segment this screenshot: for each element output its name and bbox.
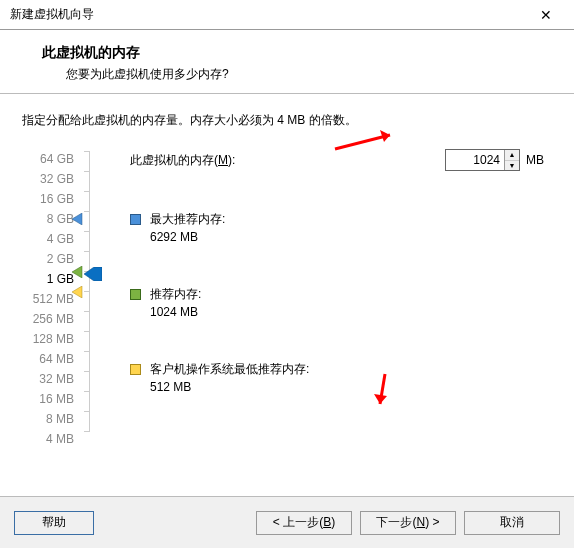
page-heading: 此虚拟机的内存 (42, 44, 564, 62)
window-title: 新建虚拟机向导 (10, 6, 94, 23)
svg-marker-2 (72, 286, 82, 298)
memory-slider-knob[interactable] (84, 267, 102, 284)
memory-spinner[interactable]: ▲ ▼ (445, 149, 520, 171)
memory-input-row: 此虚拟机的内存(M): ▲ ▼ MB (130, 149, 544, 171)
close-icon[interactable]: ✕ (526, 1, 566, 29)
scale-label: 8 GB (33, 209, 74, 229)
min-memory-info: 客户机操作系统最低推荐内存: 512 MB (130, 361, 544, 394)
button-bar: 帮助 < 上一步(B) 下一步(N) > 取消 (0, 496, 574, 548)
max-memory-label: 最大推荐内存: (150, 211, 225, 228)
scale-label: 32 GB (33, 169, 74, 189)
scale-label: 256 MB (33, 309, 74, 329)
square-yellow-icon (130, 364, 141, 375)
memory-input[interactable] (446, 150, 504, 170)
memory-input-label: 此虚拟机的内存(M): (130, 152, 235, 169)
rec-memory-info: 推荐内存: 1024 MB (130, 286, 544, 319)
scale-label: 16 GB (33, 189, 74, 209)
scale-label: 16 MB (33, 389, 74, 409)
min-marker-icon (72, 286, 84, 298)
titlebar: 新建虚拟机向导 ✕ (0, 0, 574, 30)
next-button[interactable]: 下一步(N) > (360, 511, 456, 535)
memory-scale: 64 GB32 GB16 GB8 GB4 GB2 GB1 GB512 MB256… (0, 149, 130, 436)
svg-marker-5 (380, 130, 390, 142)
svg-marker-0 (72, 213, 82, 225)
scale-label: 512 MB (33, 289, 74, 309)
memory-unit: MB (526, 153, 544, 167)
page-subheading: 您要为此虚拟机使用多少内存? (42, 66, 564, 83)
back-button[interactable]: < 上一步(B) (256, 511, 352, 535)
rec-memory-value: 1024 MB (150, 305, 201, 319)
wizard-header: 此虚拟机的内存 您要为此虚拟机使用多少内存? (0, 30, 574, 93)
rec-marker-icon (72, 266, 84, 278)
scale-labels: 64 GB32 GB16 GB8 GB4 GB2 GB1 GB512 MB256… (33, 149, 74, 449)
scale-label: 32 MB (33, 369, 74, 389)
scale-label: 2 GB (33, 249, 74, 269)
instruction-text: 指定分配给此虚拟机的内存量。内存大小必须为 4 MB 的倍数。 (0, 94, 574, 129)
min-memory-value: 512 MB (150, 380, 309, 394)
svg-line-4 (335, 135, 390, 149)
svg-marker-3 (84, 267, 102, 281)
right-column: 此虚拟机的内存(M): ▲ ▼ MB 最大推荐内存: 6292 MB (130, 149, 574, 436)
max-memory-value: 6292 MB (150, 230, 225, 244)
cancel-button[interactable]: 取消 (464, 511, 560, 535)
main-content: 64 GB32 GB16 GB8 GB4 GB2 GB1 GB512 MB256… (0, 129, 574, 436)
rec-memory-label: 推荐内存: (150, 286, 201, 303)
scale-label: 64 GB (33, 149, 74, 169)
square-green-icon (130, 289, 141, 300)
scale-label: 4 MB (33, 429, 74, 449)
scale-label: 128 MB (33, 329, 74, 349)
max-marker-icon (72, 213, 84, 225)
spinner-down-icon[interactable]: ▼ (505, 161, 519, 171)
max-memory-info: 最大推荐内存: 6292 MB (130, 211, 544, 244)
spinner-up-icon[interactable]: ▲ (505, 150, 519, 161)
help-button[interactable]: 帮助 (14, 511, 94, 535)
scale-label: 64 MB (33, 349, 74, 369)
scale-label: 4 GB (33, 229, 74, 249)
min-memory-label: 客户机操作系统最低推荐内存: (150, 361, 309, 378)
scale-label: 8 MB (33, 409, 74, 429)
square-blue-icon (130, 214, 141, 225)
svg-marker-1 (72, 266, 82, 278)
scale-label: 1 GB (33, 269, 74, 289)
